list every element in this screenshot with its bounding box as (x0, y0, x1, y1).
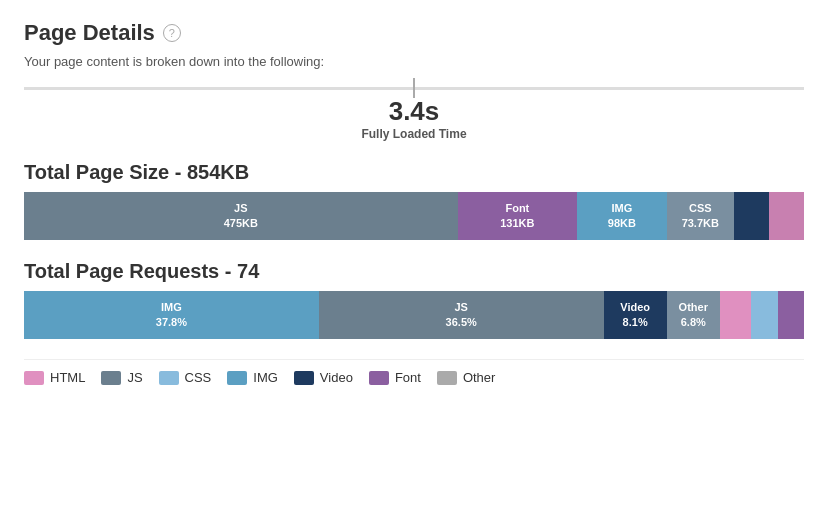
legend-swatch (227, 371, 247, 385)
legend-item: IMG (227, 370, 278, 385)
legend-swatch (369, 371, 389, 385)
bar-segment: JS475KB (24, 192, 458, 240)
legend: HTMLJSCSSIMGVideoFontOther (24, 359, 804, 385)
legend-item: HTML (24, 370, 85, 385)
subtitle: Your page content is broken down into th… (24, 54, 804, 69)
bar-segment: Font131KB (458, 192, 577, 240)
legend-swatch (24, 371, 44, 385)
title-text: Page Details (24, 20, 155, 46)
bar-segment: Other6.8% (667, 291, 720, 339)
bar-segment: CSS73.7KB (667, 192, 734, 240)
bar-segment (769, 192, 804, 240)
size-section-header: Total Page Size - 854KB (24, 161, 804, 184)
bar-segment (720, 291, 751, 339)
legend-swatch (101, 371, 121, 385)
legend-label: JS (127, 370, 142, 385)
timeline-value: 3.4s (389, 96, 440, 127)
legend-item: CSS (159, 370, 212, 385)
legend-label: Other (463, 370, 496, 385)
help-icon[interactable]: ? (163, 24, 181, 42)
bar-segment (778, 291, 805, 339)
legend-item: Font (369, 370, 421, 385)
legend-item: Other (437, 370, 496, 385)
legend-label: CSS (185, 370, 212, 385)
requests-section-header: Total Page Requests - 74 (24, 260, 804, 283)
requests-stacked-bar: IMG37.8%JS36.5%Video8.1%Other6.8% (24, 291, 804, 339)
bar-segment: IMG98KB (577, 192, 667, 240)
legend-label: IMG (253, 370, 278, 385)
legend-label: HTML (50, 370, 85, 385)
legend-label: Video (320, 370, 353, 385)
page-title: Page Details ? (24, 20, 804, 46)
legend-item: Video (294, 370, 353, 385)
timeline-marker (413, 78, 415, 98)
legend-swatch (159, 371, 179, 385)
legend-swatch (437, 371, 457, 385)
legend-item: JS (101, 370, 142, 385)
timeline-label: Fully Loaded Time (361, 127, 466, 141)
bar-segment: IMG37.8% (24, 291, 319, 339)
bar-segment (734, 192, 769, 240)
timeline-bar (24, 87, 804, 90)
bar-segment: JS36.5% (319, 291, 604, 339)
timeline-container: 3.4s Fully Loaded Time (24, 87, 804, 141)
size-stacked-bar: JS475KBFont131KBIMG98KBCSS73.7KB (24, 192, 804, 240)
legend-label: Font (395, 370, 421, 385)
bar-segment: Video8.1% (604, 291, 667, 339)
legend-swatch (294, 371, 314, 385)
bar-segment (751, 291, 778, 339)
